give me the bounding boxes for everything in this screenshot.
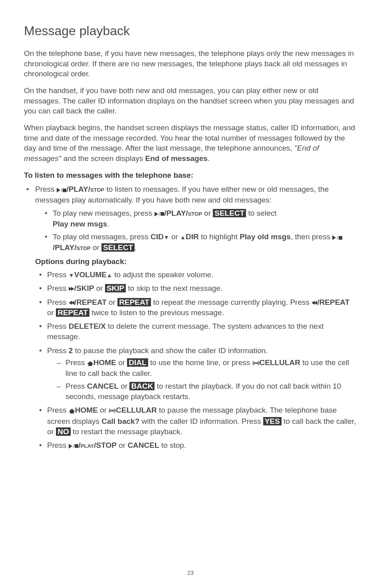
b11b: /PLAY/ bbox=[164, 209, 188, 217]
up-arrow-icon bbox=[180, 232, 186, 241]
b11d: or bbox=[202, 209, 213, 217]
opt-2-home: Press HOME or DIAL to use the home line,… bbox=[56, 358, 357, 379]
callback-text: Call back? bbox=[101, 417, 139, 425]
play-stop-icon: / bbox=[69, 441, 79, 451]
repeat-softkey2: REPEAT bbox=[56, 308, 89, 317]
volume-key: VOLUME bbox=[74, 270, 107, 279]
up-arrow-icon bbox=[107, 270, 112, 279]
o52a: Press bbox=[65, 382, 87, 390]
o5b: to pause the playback and show the calle… bbox=[73, 346, 268, 355]
b11a: To play new messages, press bbox=[53, 209, 155, 217]
subhead-listen: To listen to messages with the telephone… bbox=[24, 170, 357, 181]
no-softkey: NO bbox=[56, 427, 71, 436]
o6b: or bbox=[98, 406, 109, 414]
o2c: to skip to the next message. bbox=[126, 284, 222, 292]
skip-key: /SKIP bbox=[74, 284, 94, 292]
o51b: or bbox=[116, 358, 127, 367]
down-arrow-icon bbox=[164, 232, 169, 241]
key-2: 2 bbox=[69, 346, 73, 355]
cid-key: CID bbox=[151, 232, 164, 241]
o51a: Press bbox=[65, 358, 87, 367]
o3e: or bbox=[47, 308, 56, 317]
bullet-main: Press //PLAY/stop to listen to messages.… bbox=[24, 184, 357, 253]
repeat-key2: /REPEAT bbox=[317, 298, 349, 306]
b11f: Play new msgs bbox=[53, 220, 107, 228]
dial-softkey: DIAL bbox=[127, 358, 148, 367]
cellular-key: CELLULAR bbox=[260, 358, 300, 367]
svg-point-0 bbox=[255, 362, 257, 364]
o7c: play bbox=[81, 441, 94, 449]
cancel-key: CANCEL bbox=[87, 382, 119, 390]
b11c: stop bbox=[188, 209, 202, 217]
opt-skip: Press /SKIP or SKIP to skip to the next … bbox=[35, 283, 357, 294]
o7a: Press bbox=[47, 441, 69, 449]
o2a: Press bbox=[47, 284, 69, 292]
home-key: HOME bbox=[93, 358, 116, 367]
rewind-icon bbox=[69, 298, 74, 306]
o6d: with the caller ID information. Press bbox=[139, 417, 263, 425]
repeat-key: /REPEAT bbox=[74, 298, 107, 306]
p3-bold: End of messages bbox=[145, 154, 208, 163]
o3c: to repeat the message currently playing.… bbox=[151, 298, 312, 306]
b1c: stop bbox=[90, 185, 104, 193]
fast-forward-icon bbox=[69, 284, 74, 292]
b12e: , then press bbox=[291, 232, 333, 241]
play-stop-icon: / bbox=[57, 185, 67, 195]
options-heading: Options during playback: bbox=[35, 256, 357, 267]
o7e: or bbox=[117, 441, 127, 449]
play-stop-icon: / bbox=[332, 232, 342, 242]
o5a: Press bbox=[47, 346, 69, 355]
b12b: or bbox=[169, 232, 180, 241]
rewind-icon bbox=[312, 298, 317, 306]
opt-press-2: Press 2 to pause the playback and show t… bbox=[35, 346, 357, 402]
b1a: Press bbox=[35, 185, 57, 193]
intro-para-2: On the handset, if you have both new and… bbox=[24, 85, 357, 116]
o1b: to adjust the speaker volume. bbox=[112, 270, 213, 279]
o51c: to use the home line, or press bbox=[148, 358, 252, 367]
page-title: Message playback bbox=[24, 22, 357, 40]
home-key: HOME bbox=[75, 406, 98, 414]
o2b: or bbox=[94, 284, 105, 292]
page-number: 23 bbox=[0, 569, 381, 577]
opt-repeat: Press /REPEAT or REPEAT to repeat the me… bbox=[35, 297, 357, 318]
home-icon bbox=[87, 360, 93, 366]
select-key: SELECT bbox=[213, 209, 246, 217]
opt-delete: Press DELETE/X to delete the current mes… bbox=[35, 321, 357, 342]
back-softkey: BACK bbox=[129, 382, 155, 390]
opt-volume: Press VOLUME to adjust the speaker volum… bbox=[35, 270, 357, 280]
skip-softkey: SKIP bbox=[105, 284, 126, 292]
b11e: to select bbox=[246, 209, 276, 217]
cellular-icon bbox=[252, 358, 260, 368]
cancel-key: CANCEL bbox=[127, 441, 159, 449]
o4a: Press bbox=[47, 322, 69, 330]
select-key: SELECT bbox=[101, 243, 135, 252]
o3f: twice to listen to the previous message. bbox=[89, 308, 224, 317]
o6f: to restart the message playback. bbox=[71, 427, 183, 436]
repeat-softkey: REPEAT bbox=[117, 298, 151, 306]
play-stop-icon: / bbox=[155, 209, 165, 219]
o6a: Press bbox=[47, 406, 69, 414]
intro-para-1: On the telephone base, if you have new m… bbox=[24, 48, 357, 79]
yes-softkey: YES bbox=[263, 417, 282, 425]
o3a: Press bbox=[47, 298, 69, 306]
opt-2-cancel: Press CANCEL or BACK to restart the play… bbox=[56, 381, 357, 402]
b12c: to highlight bbox=[199, 232, 240, 241]
o3b: or bbox=[107, 298, 117, 306]
o1a: Press bbox=[47, 270, 69, 279]
svg-point-1 bbox=[111, 410, 113, 411]
b12h: or bbox=[91, 243, 101, 252]
home-icon bbox=[69, 407, 75, 413]
o7f: to stop. bbox=[159, 441, 187, 449]
o7d: /STOP bbox=[94, 441, 117, 449]
b12a: To play old messages, press bbox=[53, 232, 151, 241]
b12f: /PLAY/ bbox=[53, 243, 77, 252]
sub-play-new: To play new messages, press //PLAY/stop … bbox=[43, 208, 357, 229]
cellular-icon bbox=[109, 405, 116, 416]
opt-home-pause: Press HOME or CELLULAR to pause the mess… bbox=[35, 405, 357, 437]
b1b: /PLAY/ bbox=[66, 185, 90, 193]
b12d: Play old msgs bbox=[240, 232, 291, 241]
opt-stop: Press //play/STOP or CANCEL to stop. bbox=[35, 440, 357, 451]
sub-play-old: To play old messages, press CID or DIR t… bbox=[43, 232, 357, 253]
intro-para-3: When playback begins, the handset screen… bbox=[24, 123, 357, 164]
p3-b: and the screen displays bbox=[61, 154, 145, 163]
